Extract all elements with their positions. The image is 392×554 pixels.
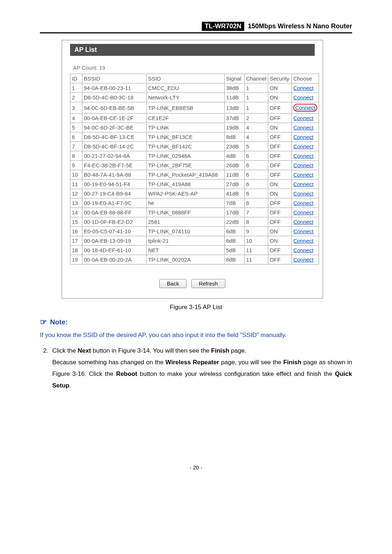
cell: 7 [245,208,268,217]
cell: 5 [70,123,82,132]
kw-finish: Finish [211,347,229,354]
connect-link[interactable]: Connect [293,172,314,178]
cell: CMCC_EDU [147,83,225,93]
col-channel: Channel [245,74,268,83]
connect-link[interactable]: Connect [295,104,315,111]
cell: 00-21-27-02-94-8A [82,151,147,161]
step-text: button in Figure 3-14. You will then see… [91,347,211,354]
cell: ON [268,189,291,198]
cell: 17 [70,236,82,246]
connect-link[interactable]: Connect [293,85,314,91]
connect-link[interactable]: Connect [293,124,314,131]
connect-link[interactable]: Connect [293,247,314,253]
cell: 41dB [225,189,245,198]
ap-count: AP Count: 19 [73,65,323,71]
cell: 22dB [225,217,245,227]
cell: 11dB [225,170,245,180]
cell: TP-LINK_BF142C [147,142,225,151]
cell: 10 [245,236,268,246]
cell-choose: Connect [291,217,319,227]
instruction-list: Click the Next button in Figure 3-14. Yo… [40,345,352,392]
connect-link[interactable]: Connect [293,238,314,244]
cell-choose: Connect [291,198,319,208]
ap-table: ID BSSID SSID Signal Channel Security Ch… [70,74,319,264]
cell: TP-LINK_PocketAP_419A88 [147,170,225,180]
cell: TP-LINK_BF13CE [147,132,225,142]
button-row: Back Refresh [62,279,323,288]
cell: 23dB [225,142,245,151]
cell: 13 [70,198,82,208]
connect-link[interactable]: Connect [293,209,314,216]
cell: 10 [70,170,82,180]
table-row: 1800-18-4D-EF-61-10NET5dB11OFFConnect [70,246,319,255]
table-row: 1200-27-19-C4-B9-84WPA2-PSK-AES-AP41dB6O… [70,189,319,198]
cell: 4 [245,132,268,142]
connect-link[interactable]: Connect [293,134,314,140]
cell-choose: Connect [291,142,319,151]
step-text: . [69,382,71,389]
kw-wireless-repeater: Wireless Repeater [166,359,219,366]
cell-choose: Connect [291,208,319,217]
cell: 11 [245,246,268,255]
table-row: 1100-19-E0-94-51-F4TP-LINK_419A8827dB6ON… [70,180,319,189]
cell-choose: Connect [291,236,319,246]
table-row: 6D8-5D-4C-BF-13-CETP-LINK_BF13CE8dB4OFFC… [70,132,319,142]
cell-choose: Connect [291,161,319,170]
cell: 00-18-4D-EF-61-10 [82,246,147,255]
connect-link[interactable]: Connect [293,162,314,168]
cell: OFF [268,217,291,227]
cell: Network-LTY [147,93,225,102]
connect-link[interactable]: Connect [293,200,314,206]
refresh-button[interactable]: Refresh [191,279,226,288]
connect-link[interactable]: Connect [293,115,314,121]
connect-link[interactable]: Connect [293,181,314,187]
connect-link[interactable]: Connect [293,153,314,159]
cell: 37dB [225,114,245,123]
cell: B0-48-7A-41-9A-88 [82,170,147,180]
connect-link[interactable]: Connect [293,94,314,100]
table-row: 800-21-27-02-94-8ATP-LINK_02948A4dB6OFFC… [70,151,319,161]
connect-link[interactable]: Connect [293,228,314,234]
table-row: 594-0C-6D-2F-3C-BETP-LINK19dB4ONConnect [70,123,319,132]
connect-link[interactable]: Connect [293,257,314,263]
cell: OFF [268,208,291,217]
cell: TP-LINK_2BF75E [147,161,225,170]
cell: OFF [268,114,291,123]
cell: OFF [268,170,291,180]
cell: 00-0A-EB-88-88-FF [82,208,147,217]
panel-title: AP List [70,44,315,56]
cell: 8 [70,151,82,161]
cell: 14 [70,208,82,217]
cell-choose: Connect [291,227,319,236]
cell: OFF [268,161,291,170]
cell: 4 [245,123,268,132]
col-signal: Signal [225,74,245,83]
col-id: ID [70,74,82,83]
cell: 00-0A-EB-00-20-2A [82,255,147,264]
cell: 1 [245,93,268,102]
cell: OFF [268,151,291,161]
cell: 17dB [225,208,245,217]
doc-header: TL-WR702N 150Mbps Wireless N Nano Router [40,22,352,33]
back-button[interactable]: Back [159,279,187,288]
cell: ON [268,93,291,102]
cell: he [147,198,225,208]
connect-link[interactable]: Connect [293,219,314,225]
table-row: 7D8-5D-4C-BF-14-2CTP-LINK_BF142C23dB5OFF… [70,142,319,151]
cell: tplink-21 [147,236,225,246]
cell: 00-1D-0F-FB-E2-D2 [82,217,147,227]
cell: 18 [70,246,82,255]
cell: TP-LINK_02948A [147,151,225,161]
connect-link[interactable]: Connect [293,143,314,149]
cell-choose: Connect [291,255,319,264]
table-row: 9F4-EC-38-2B-F7-5ETP-LINK_2BF75E26dB6OFF… [70,161,319,170]
cell: TP-LINK_00202A [147,255,225,264]
step-text: Because something has changed on the [52,359,166,366]
cell: OFF [268,246,291,255]
cell: 7 [70,142,82,151]
table-row: 394-0C-6D-EB-BE-5BTP-LINK_EBBE5B13dB1OFF… [70,102,319,114]
col-ssid: SSID [147,74,225,83]
table-row: 1900-0A-EB-00-20-2ATP-LINK_00202A8dB11OF… [70,255,319,264]
cell: OFF [268,132,291,142]
connect-link[interactable]: Connect [293,190,314,197]
